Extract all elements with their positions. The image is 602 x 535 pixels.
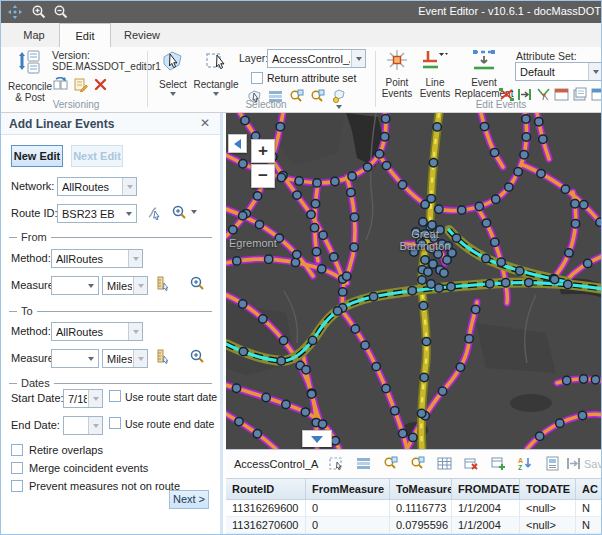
dropdown-button[interactable] xyxy=(88,417,102,434)
start-date-dropdown[interactable]: 7/18/ xyxy=(63,389,103,408)
dropdown-button[interactable] xyxy=(128,323,142,340)
from-method-label: Method: xyxy=(11,252,51,264)
use-route-end-checkbox[interactable] xyxy=(109,417,121,429)
dropdown-button[interactable] xyxy=(128,250,142,267)
zoom-to-selected-icon[interactable] xyxy=(383,456,398,471)
to-unit-dropdown[interactable]: Miles xyxy=(102,349,148,368)
column-header-tomeasure[interactable]: ToMeasure xyxy=(390,479,452,499)
reconcile-icon[interactable] xyxy=(53,77,68,92)
dropdown-button[interactable] xyxy=(84,277,98,294)
more-edit-icon[interactable] xyxy=(591,87,602,102)
zoom-in-icon[interactable] xyxy=(31,4,47,20)
to-method-dropdown[interactable]: AllRoutes xyxy=(51,322,143,341)
add-record-icon[interactable] xyxy=(491,456,506,471)
select-button[interactable]: Select xyxy=(153,49,193,96)
measure-pick-icon[interactable] xyxy=(156,349,171,364)
map-canvas[interactable]: Egremont Great Barrington + − xyxy=(226,113,602,449)
use-route-start-checkbox[interactable] xyxy=(109,390,121,402)
retire-overlaps-checkbox[interactable] xyxy=(11,444,23,456)
ribbon: Reconcile & Post Version: SDE.MASSDOT_ed… xyxy=(1,47,602,113)
column-header-frommeasure[interactable]: FromMeasure xyxy=(306,479,390,499)
pan-to-selected-icon[interactable] xyxy=(410,456,425,471)
prevent-measures-checkbox[interactable] xyxy=(11,480,23,492)
sort-icon[interactable]: AZ xyxy=(518,456,533,471)
table-row[interactable]: 11316269600 0 0.1116773 1/1/2004 <null> … xyxy=(226,500,602,517)
dropdown-button[interactable] xyxy=(133,277,147,294)
to-separator: To xyxy=(9,305,212,317)
selectable-layers-icon[interactable] xyxy=(332,89,347,104)
merge-records-icon[interactable] xyxy=(566,456,581,471)
chevron-down-icon[interactable] xyxy=(170,92,176,96)
start-date-label: Start Date: xyxy=(11,392,64,404)
next-button[interactable]: Next > xyxy=(169,490,209,509)
reconcile-post-button[interactable]: Reconcile & Post xyxy=(5,49,55,103)
report-icon[interactable] xyxy=(545,456,560,471)
column-header-accesscontrol[interactable]: AC xyxy=(576,479,602,499)
event-editor-window: Event Editor - v10.6.1 - docMassDOT Map … xyxy=(0,0,602,535)
dropdown-button[interactable] xyxy=(122,178,136,195)
next-edit-button[interactable]: Next Edit xyxy=(71,145,123,167)
cell-routeid: 11316270600 xyxy=(226,517,306,534)
return-attribute-checkbox[interactable] xyxy=(251,72,263,84)
dropdown-button[interactable] xyxy=(133,350,147,367)
column-header-todate[interactable]: TODATE xyxy=(520,479,576,499)
dropdown-button[interactable] xyxy=(88,390,102,407)
zoom-to-route-icon[interactable] xyxy=(171,204,186,219)
new-version-icon[interactable] xyxy=(73,77,88,92)
from-measure-combo[interactable] xyxy=(51,276,99,295)
attribute-set-dropdown[interactable]: Default xyxy=(515,62,602,81)
collapse-table-icon[interactable] xyxy=(302,430,332,447)
merge-coincident-label: Merge coincident events xyxy=(29,462,148,474)
line-events-button[interactable]: Line Events xyxy=(417,49,453,99)
dates-legend: Dates xyxy=(17,377,54,389)
network-label: Network: xyxy=(11,180,54,192)
column-header-fromdate[interactable]: FROMDATE xyxy=(452,479,520,499)
end-date-dropdown[interactable] xyxy=(63,416,103,435)
to-legend: To xyxy=(17,305,37,317)
attribute-window-icon[interactable] xyxy=(572,87,587,102)
tab-review[interactable]: Review xyxy=(113,23,171,47)
route-id-combo[interactable]: BSR23 EB xyxy=(57,204,137,223)
dropdown-button[interactable] xyxy=(84,350,98,367)
new-edit-button[interactable]: New Edit xyxy=(11,145,63,167)
chevron-down-icon[interactable] xyxy=(213,92,219,96)
delete-version-icon[interactable] xyxy=(93,77,108,92)
table-row[interactable]: 11316270600 0 0.0795596 1/1/2004 <null> … xyxy=(226,517,602,534)
from-measure-label: Measure: xyxy=(11,279,57,291)
from-method-dropdown[interactable]: AllRoutes xyxy=(51,249,143,268)
dropdown-button[interactable] xyxy=(351,50,365,67)
zoom-out-button[interactable]: − xyxy=(251,164,275,188)
merge-coincident-checkbox[interactable] xyxy=(11,462,23,474)
point-events-button[interactable]: Point Events xyxy=(379,49,415,99)
save-button[interactable]: Save xyxy=(584,458,602,470)
zoom-in-button[interactable]: + xyxy=(251,139,275,163)
rectangle-button[interactable]: Rectangle xyxy=(193,49,239,96)
zoom-to-measure-icon[interactable] xyxy=(189,275,204,290)
close-icon[interactable]: ✕ xyxy=(200,116,210,130)
attribute-set-label: Attribute Set: xyxy=(516,50,577,62)
selection-group-label: Selection xyxy=(211,99,321,110)
attribute-set-value: Default xyxy=(520,66,587,78)
zoom-to-measure-icon[interactable] xyxy=(189,348,204,363)
tab-edit[interactable]: Edit xyxy=(59,23,111,47)
zoom-out-icon[interactable] xyxy=(53,4,69,20)
route-select-icon[interactable] xyxy=(147,205,162,220)
select-by-shape-icon[interactable] xyxy=(329,456,344,471)
from-unit-dropdown[interactable]: Miles xyxy=(102,276,148,295)
clear-selection-icon[interactable] xyxy=(464,456,479,471)
measure-pick-icon[interactable] xyxy=(156,276,171,291)
to-measure-combo[interactable] xyxy=(51,349,99,368)
table-view-icon[interactable] xyxy=(437,456,452,471)
tab-strip: Map Edit Review xyxy=(1,23,602,47)
pan-icon[interactable] xyxy=(7,4,23,20)
chevron-down-icon[interactable] xyxy=(191,210,197,214)
network-dropdown[interactable]: AllRoutes xyxy=(57,177,137,196)
column-header-routeid[interactable]: RouteID xyxy=(226,479,306,499)
dropdown-button[interactable] xyxy=(122,205,136,222)
select-label: Select xyxy=(153,79,193,90)
layer-dropdown[interactable]: AccessControl_A xyxy=(267,49,366,68)
collapse-panel-icon[interactable] xyxy=(228,134,247,153)
dropdown-button[interactable] xyxy=(588,63,602,80)
tab-map[interactable]: Map xyxy=(9,23,59,47)
selection-list-icon[interactable] xyxy=(356,456,371,471)
